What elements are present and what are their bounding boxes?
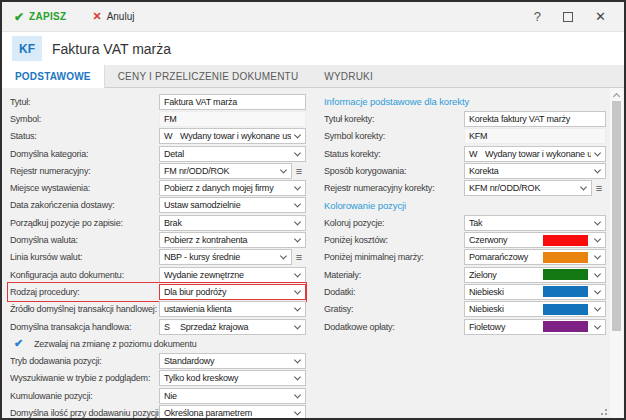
field-label: Data zakończenia dostawy: [10,200,159,210]
document-type-badge: KF [12,36,42,61]
field-value: Faktura VAT marża [164,97,301,107]
dropdown[interactable]: Niebieski [464,284,606,300]
field-label: Tytuł korekty: [324,114,464,124]
dropdown[interactable]: Standardowy [159,353,306,369]
field-label: Poniżej minimalnej marży: [324,252,464,262]
field-value: Zielony [469,270,531,280]
dropdown[interactable]: Pobierz z danych mojej firmy [159,180,306,196]
menu-icon[interactable]: ≡ [292,164,306,178]
field-value: FM nr/ODD/ROK [164,166,277,176]
cancel-button[interactable]: ✕ Anuluj [92,10,134,23]
form-row: Domyślna waluta:Pobierz z kontrahenta [10,231,306,248]
field-label: Domyślna kategoria: [10,149,159,159]
field-wrap: WWydany towar i wykonane usł [159,128,306,144]
dropdown[interactable]: Dla biur podróży [159,284,306,300]
chevron-down-icon [294,305,301,312]
cancel-button-label: Anuluj [107,11,135,22]
menu-icon[interactable]: ≡ [292,250,306,264]
dropdown[interactable]: SSprzedaż krajowa [159,319,306,335]
dropdown[interactable]: Określona parametrem [159,405,306,418]
dropdown[interactable]: KFM nr/ODD/ROK [464,180,592,196]
dropdown[interactable]: Niebieski [464,301,606,317]
chevron-down-icon [294,391,301,398]
field-wrap: Korekta [464,163,606,179]
chevron-down-icon [294,201,301,208]
dropdown[interactable]: Czerwony [464,232,606,248]
form-row: Konfiguracja auto dokumentu:Wydanie zewn… [10,266,306,283]
dropdown[interactable]: Pomarańczowy [464,249,606,265]
dropdown[interactable]: WWydany towar i wykonane usł [159,128,306,144]
form-row: Status:WWydany towar i wykonane usł [10,128,306,145]
field-wrap: Detal [159,146,306,162]
help-icon[interactable]: ? [534,9,541,24]
chevron-down-icon [594,235,601,242]
value-prefix: W [164,131,180,141]
form-row: Rejestr numeracyjny korekty:KFM nr/ODD/R… [324,179,606,196]
dropdown[interactable]: Brak [159,215,306,231]
tab-ceny-i-przeliczenie[interactable]: CENY I PRZELICZENIE DOKUMENTU [105,65,312,87]
field-wrap: KFM nr/ODD/ROK≡ [464,180,606,196]
tab-podstawowe[interactable]: PODSTAWOWE [2,65,105,88]
text-input[interactable]: Faktura VAT marża [159,94,306,110]
color-swatch [543,235,588,246]
save-button[interactable]: ✔ ZAPISZ [14,10,66,24]
chevron-down-icon [594,287,601,294]
left-column: Tytuł:Faktura VAT marżaSymbol:FMStatus:W… [10,93,306,418]
dropdown[interactable]: Pobierz z kontrahenta [159,232,306,248]
dropdown[interactable]: Ustaw samodzielnie [159,197,306,213]
form-row: Koloruj pozycje:Tak [324,214,606,231]
dropdown[interactable]: ustawienia klienta [159,301,306,317]
field-value: Fioletowy [469,322,531,332]
tab-wydruki[interactable]: WYDRUKI [311,65,386,87]
scrollbar-thumb[interactable] [612,101,621,331]
dropdown[interactable]: WWydany towar i wykonane usłu [464,146,606,162]
dropdown[interactable]: NBP - kursy średnie [159,249,292,265]
vertical-scrollbar[interactable] [610,88,623,418]
field-value: Detal [164,149,291,159]
dropdown[interactable]: Nie [159,388,306,404]
close-icon[interactable]: ✕ [595,9,606,24]
dropdown[interactable]: Korekta [464,163,606,179]
checkbox-checked-icon[interactable]: ✔ [14,337,28,350]
toolbar: ✔ ZAPISZ ✕ Anuluj ? ✕ [2,2,624,32]
right-column: Informacje podstawowe dla korektyTytuł k… [324,93,606,335]
field-value: ustawienia klienta [164,304,291,314]
form-row: ✔Zezwalaj na zmianę z poziomu dokumentu [10,335,306,352]
form-row: Materiały:Zielony [324,266,606,283]
field-value: Określona parametrem [164,408,291,418]
dropdown[interactable]: Zielony [464,267,606,283]
field-wrap: KFM [464,128,606,144]
scroll-up-icon[interactable] [612,91,621,99]
form-row: Status korekty:WWydany towar i wykonane … [324,145,606,162]
resize-grip-icon[interactable] [599,407,608,416]
save-button-label: ZAPISZ [29,11,66,22]
check-icon: ✔ [14,10,24,24]
checkbox-label: Zezwalaj na zmianę z poziomu dokumentu [34,339,197,349]
field-label: Linia kursów walut: [10,252,159,262]
field-value: Pomarańczowy [469,252,531,262]
dropdown[interactable]: Tylko kod kreskowy [159,370,306,386]
form-row: Poniżej minimalnej marży:Pomarańczowy [324,249,606,266]
chevron-down-icon [294,356,301,363]
form-row: Miejsce wystawienia:Pobierz z danych moj… [10,179,306,196]
chevron-down-icon [294,287,301,294]
color-swatch [543,321,588,332]
dropdown[interactable]: Fioletowy [464,319,606,335]
field-value: FM [164,114,301,124]
text-input[interactable]: Korekta faktury VAT marży [464,111,606,127]
menu-icon[interactable]: ≡ [592,181,606,195]
tab-bar: PODSTAWOWE CENY I PRZELICZENIE DOKUMENTU… [2,65,624,88]
chevron-down-icon [594,305,601,312]
dropdown[interactable]: FM nr/ODD/ROK [159,163,292,179]
field-label: Wyszukiwanie w trybie z podglądem: [10,373,159,383]
maximize-icon[interactable] [563,12,573,22]
form-row: Kumulowanie pozycji:Nie [10,387,306,404]
dropdown[interactable]: Wydanie zewnętrzne [159,267,306,283]
dropdown[interactable]: Detal [159,146,306,162]
section-title: Kolorowanie pozycji [324,197,606,214]
chevron-down-icon [594,218,601,225]
chevron-down-icon [280,166,287,173]
dropdown[interactable]: Tak [464,215,606,231]
color-swatch [543,252,588,263]
field-value: Standardowy [164,356,291,366]
